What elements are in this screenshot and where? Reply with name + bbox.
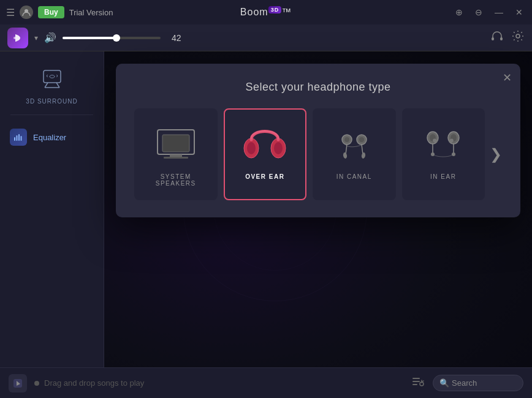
sidebar-item-surround[interactable]: 3D SURROUND — [26, 64, 77, 105]
options-grid: SYSTEM SPEAKERS — [134, 108, 485, 200]
volume-icon: 🔊 — [44, 32, 56, 43]
svg-point-15 — [247, 142, 256, 154]
avatar-icon[interactable] — [20, 6, 33, 19]
svg-point-17 — [274, 142, 283, 154]
menu-icon[interactable]: ☰ — [6, 7, 15, 18]
music-logo-icon — [9, 374, 27, 392]
settings-icon[interactable] — [511, 29, 525, 46]
headphone-select-modal: ✕ Select your headphone type — [116, 64, 520, 217]
headphone-options: SYSTEM SPEAKERS — [134, 108, 502, 200]
title-bar: ☰ Buy Trial Version Boom3D™ ⊕ ⊖ — ✕ — [0, 0, 532, 24]
in-ear-icon — [422, 122, 465, 165]
slider-thumb — [113, 34, 120, 42]
headphone-toggle-icon[interactable] — [490, 29, 504, 46]
next-arrow-icon[interactable]: ❯ — [490, 146, 502, 163]
svg-point-1 — [13, 37, 16, 39]
in-canal-icon — [336, 122, 373, 165]
svg-point-20 — [343, 152, 348, 159]
svg-point-23 — [361, 152, 366, 159]
drag-drop-text: Drag and drop songs to play — [44, 378, 144, 388]
option-over-ear[interactable]: OVER EAR — [224, 108, 307, 200]
search-placeholder: Search — [452, 378, 477, 388]
drag-dot — [34, 381, 39, 386]
svg-rect-12 — [170, 154, 182, 157]
surround-label: 3D SURROUND — [26, 98, 77, 105]
svg-rect-5 — [44, 70, 61, 83]
buy-button[interactable]: Buy — [38, 6, 64, 18]
in-canal-label: IN CANAL — [336, 173, 372, 180]
svg-point-31 — [452, 152, 455, 156]
svg-point-27 — [431, 152, 435, 156]
volume-value: 42 — [172, 33, 181, 43]
volume-bar: ▾ 🔊 42 — [0, 24, 532, 51]
close-button[interactable]: ✕ — [512, 6, 526, 18]
svg-rect-9 — [21, 136, 22, 141]
app-title: Boom3D™ — [240, 7, 292, 18]
dropdown-arrow-icon[interactable]: ▾ — [34, 34, 38, 42]
svg-rect-8 — [18, 134, 20, 141]
in-ear-label: IN EAR — [430, 173, 456, 180]
surround-3d-icon — [37, 64, 67, 94]
trial-label: Trial Version — [69, 8, 113, 17]
unpin-button[interactable]: ⊖ — [472, 6, 485, 18]
svg-rect-7 — [17, 135, 18, 141]
svg-rect-2 — [492, 37, 494, 40]
slider-fill — [63, 37, 116, 39]
over-ear-label: OVER EAR — [245, 173, 284, 180]
drag-drop-area: Drag and drop songs to play — [34, 378, 405, 388]
sidebar-divider — [10, 115, 93, 115]
svg-rect-11 — [162, 135, 189, 152]
svg-rect-34 — [412, 381, 420, 382]
modal-title: Select your headphone type — [134, 81, 502, 94]
svg-rect-35 — [412, 384, 417, 385]
over-ear-icon — [240, 122, 289, 165]
svg-rect-3 — [500, 37, 503, 40]
svg-rect-6 — [14, 137, 15, 141]
minimize-button[interactable]: — — [492, 6, 506, 18]
svg-point-22 — [359, 137, 364, 142]
system-speakers-icon — [151, 122, 200, 165]
svg-rect-13 — [164, 157, 188, 159]
option-in-ear[interactable]: IN EAR — [402, 108, 485, 200]
volume-slider[interactable] — [63, 37, 161, 39]
bottom-bar-right: 🔍 Search — [412, 375, 523, 391]
3d-badge: 3D — [268, 6, 282, 13]
sidebar-item-equalizer[interactable]: Equalizer — [0, 125, 104, 149]
sidebar: 3D SURROUND Equalizer — [0, 51, 104, 367]
main-area: 3D SURROUND Equalizer My Windows PC This… — [0, 51, 532, 367]
svg-point-4 — [516, 34, 520, 38]
pin-button[interactable]: ⊕ — [452, 6, 466, 18]
svg-rect-33 — [412, 378, 420, 379]
equalizer-label: Equalizer — [33, 133, 66, 142]
content-area: My Windows PC This equalizer presethas b… — [104, 51, 532, 367]
option-system-speakers[interactable]: SYSTEM SPEAKERS — [134, 108, 218, 200]
modal-close-button[interactable]: ✕ — [503, 71, 512, 84]
search-icon: 🔍 — [439, 378, 449, 388]
equalizer-icon — [10, 129, 27, 146]
modal-overlay: ✕ Select your headphone type — [104, 51, 532, 367]
option-in-canal[interactable]: IN CANAL — [313, 108, 396, 200]
bottom-bar: Drag and drop songs to play 🔍 Search — [0, 367, 532, 398]
boom-logo — [7, 28, 28, 48]
playlist-icon[interactable] — [412, 375, 424, 391]
svg-point-19 — [344, 137, 349, 142]
search-box[interactable]: 🔍 Search — [433, 375, 523, 391]
system-speakers-label: SYSTEM SPEAKERS — [142, 173, 210, 187]
